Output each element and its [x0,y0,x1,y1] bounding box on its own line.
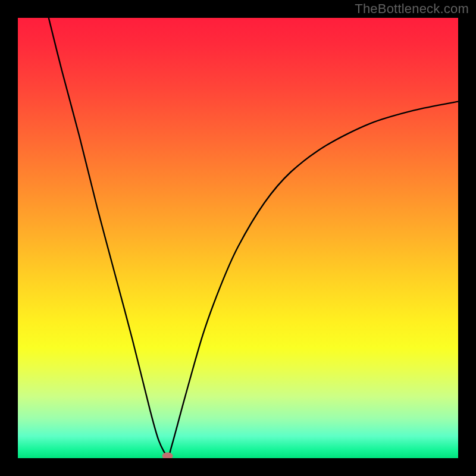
bottleneck-chart [18,18,458,458]
chart-container: TheBottleneck.com [0,0,476,476]
watermark-text: TheBottleneck.com [355,1,469,17]
bottleneck-curve [49,18,458,456]
curve-layer [18,18,458,458]
optimal-point-marker [162,452,173,458]
